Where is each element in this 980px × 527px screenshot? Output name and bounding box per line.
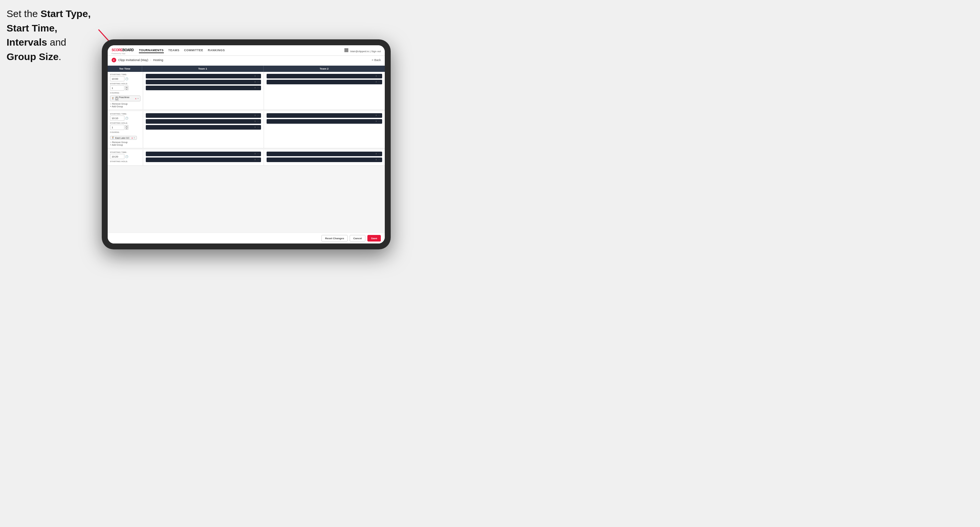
starting-hole-label-2: STARTING HOLE: [110, 122, 140, 124]
team1-area-1: ✕ ⋯ ✕ ⋯ ✕ ⋯ [143, 72, 264, 110]
player-more-2-t1-2[interactable]: ⋯ [257, 120, 259, 123]
course-field-2: COURSE: 🏌 East Lake GC ✕ ▼ [110, 131, 140, 140]
course-chevron-1: ▼ [137, 97, 139, 99]
player-x-1-t2-2[interactable]: ✕ [375, 81, 377, 83]
col-team2: Team 2 [264, 66, 385, 72]
player-x-3-t1-1[interactable]: ✕ [254, 152, 256, 155]
instruction-and: and [47, 37, 66, 48]
remove-icon-2: ○ [110, 141, 111, 143]
player-x-3-t1-2[interactable]: ✕ [254, 159, 256, 161]
remove-icon-1: ○ [110, 103, 111, 105]
hole-stepper-1: ▲ ▼ [125, 86, 128, 90]
nav-avatar [344, 48, 348, 52]
hole-stepper-up-2[interactable]: ▲ [125, 125, 128, 127]
course-remove-1[interactable]: ✕ [135, 97, 137, 100]
player-x-1-t2-1[interactable]: ✕ [375, 75, 377, 78]
starting-hole-field-2: STARTING HOLE: ▲ ▼ [110, 122, 140, 130]
player-x-2-t1-3[interactable]: ✕ [254, 126, 256, 129]
nav-tab-committee[interactable]: COMMITTEE [184, 48, 204, 53]
team2-area-3: ✕ ⋯ ✕ ⋯ [264, 150, 385, 165]
breadcrumb-back-button[interactable]: < Back [372, 59, 381, 62]
clock-icon-1: 🕐 [125, 78, 128, 80]
remove-group-btn-2[interactable]: ○ Remove Group [110, 141, 140, 143]
add-group-btn-1[interactable]: + Add Group [110, 105, 140, 108]
player-x-3-t2-1[interactable]: ✕ [375, 152, 377, 155]
player-x-1-t1-2[interactable]: ✕ [254, 81, 256, 83]
starting-time-input-row-1: 🕐 [110, 76, 140, 81]
starting-time-label-1: STARTING TIME: [110, 73, 140, 75]
starting-hole-field-3: STARTING HOLE: [110, 160, 140, 162]
player-more-3-t2-1[interactable]: ⋯ [378, 152, 380, 155]
starting-hole-field-1: STARTING HOLE: ▲ ▼ [110, 83, 140, 90]
player-x-2-t2-2[interactable]: ✕ [375, 120, 377, 123]
player-more-1-t2-2[interactable]: ⋯ [378, 81, 380, 83]
player-x-1-t1-3[interactable]: ✕ [254, 87, 256, 89]
group-actions-2: ○ Remove Group + Add Group [110, 141, 140, 146]
player-more-3-t2-2[interactable]: ⋯ [378, 159, 380, 161]
course-flag-icon-1: 🏌 [111, 97, 115, 100]
player-more-2-t2-1[interactable]: ⋯ [378, 114, 380, 117]
player-more-1-t1-1[interactable]: ⋯ [257, 75, 259, 78]
starting-time-label-2: STARTING TIME: [110, 113, 140, 115]
course-remove-2[interactable]: ✕ [131, 137, 133, 139]
player-more-3-t1-2[interactable]: ⋯ [257, 159, 259, 161]
teams-area-1: ✕ ⋯ ✕ ⋯ ✕ ⋯ [143, 72, 385, 110]
nav-sign-out[interactable]: Sign out [371, 50, 381, 53]
course-name-1: (A) Peachtree GC [115, 96, 133, 101]
col-team1: Team 1 [142, 66, 264, 72]
player-more-2-t1-1[interactable]: ⋯ [257, 114, 259, 117]
starting-time-input-2[interactable] [110, 116, 124, 121]
player-x-2-t1-1[interactable]: ✕ [254, 114, 256, 117]
starting-time-input-1[interactable] [110, 76, 124, 81]
course-tag-1[interactable]: 🏌 (A) Peachtree GC ✕ ▼ [110, 95, 140, 102]
player-x-2-t1-2[interactable]: ✕ [254, 120, 256, 123]
starting-time-input-row-2: 🕐 [110, 116, 140, 121]
player-more-1-t1-2[interactable]: ⋯ [257, 81, 259, 83]
remove-group-btn-1[interactable]: ○ Remove Group [110, 103, 140, 105]
hole-stepper-down-1[interactable]: ▼ [125, 88, 128, 90]
nav-tab-teams[interactable]: TEAMS [169, 48, 180, 53]
player-row-1-t1-2: ✕ ⋯ [146, 80, 261, 84]
player-row-2-t2-2: ✕ ⋯ [267, 119, 382, 124]
player-more-1-t1-3[interactable]: ⋯ [257, 87, 259, 89]
player-more-2-t2-2[interactable]: ⋯ [378, 120, 380, 123]
course-tag-2[interactable]: 🏌 East Lake GC ✕ ▼ [110, 136, 137, 140]
side-panel-2: STARTING TIME: 🕐 STARTING HOLE: [108, 111, 143, 148]
nav-tab-rankings[interactable]: RANKINGS [208, 48, 225, 53]
starting-hole-label-1: STARTING HOLE: [110, 83, 140, 85]
cancel-button[interactable]: Cancel [350, 235, 365, 241]
player-row-3-t2-2: ✕ ⋯ [267, 157, 382, 162]
starting-time-input-3[interactable] [110, 154, 124, 159]
course-chevron-2: ▼ [134, 137, 135, 139]
hole-stepper-2: ▲ ▼ [125, 125, 128, 130]
player-x-2-t2-1[interactable]: ✕ [375, 114, 377, 117]
scrollable-area: STARTING TIME: 🕐 STARTING HOLE: [108, 72, 385, 243]
breadcrumb-separator: › [150, 59, 151, 62]
starting-hole-input-2[interactable] [110, 125, 124, 130]
tablet-screen: SCOREBOARD Powered by clipp TOURNAMENTS … [108, 45, 385, 243]
nav-bar: SCOREBOARD Powered by clipp TOURNAMENTS … [108, 45, 385, 56]
hole-stepper-down-2[interactable]: ▼ [125, 127, 128, 130]
course-flag-icon-2: 🏌 [111, 137, 115, 139]
hole-stepper-up-1[interactable]: ▲ [125, 86, 128, 88]
clipp-logo: C [111, 58, 116, 62]
save-button[interactable]: Save [368, 235, 381, 241]
col-tee-time: Tee Time [108, 66, 142, 72]
player-x-3-t2-2[interactable]: ✕ [375, 159, 377, 161]
nav-tabs: TOURNAMENTS TEAMS COMMITTEE RANKINGS [139, 48, 344, 53]
player-more-2-t1-3[interactable]: ⋯ [257, 126, 259, 129]
player-x-1-t1-1[interactable]: ✕ [254, 75, 256, 78]
starting-hole-input-1[interactable] [110, 85, 124, 90]
side-panel-1: STARTING TIME: 🕐 STARTING HOLE: [108, 72, 143, 110]
team1-area-2: ✕ ⋯ ✕ ⋯ ✕ ⋯ [143, 111, 264, 148]
player-more-1-t2-1[interactable]: ⋯ [378, 75, 380, 78]
breadcrumb-left: C Clipp Invitational (May) › Hosting [111, 58, 163, 62]
group-row-3: STARTING TIME: 🕐 STARTING HOLE: [108, 150, 385, 166]
nav-user-area: blair@clipped.io | Sign out [344, 48, 381, 53]
player-more-3-t1-1[interactable]: ⋯ [257, 152, 259, 155]
nav-tab-tournaments[interactable]: TOURNAMENTS [139, 48, 164, 53]
reset-changes-button[interactable]: Reset Changes [321, 235, 348, 241]
add-group-btn-2[interactable]: + Add Group [110, 144, 140, 146]
starting-hole-input-row-1: ▲ ▼ [110, 85, 140, 90]
starting-time-field-3: STARTING TIME: 🕐 [110, 151, 140, 159]
